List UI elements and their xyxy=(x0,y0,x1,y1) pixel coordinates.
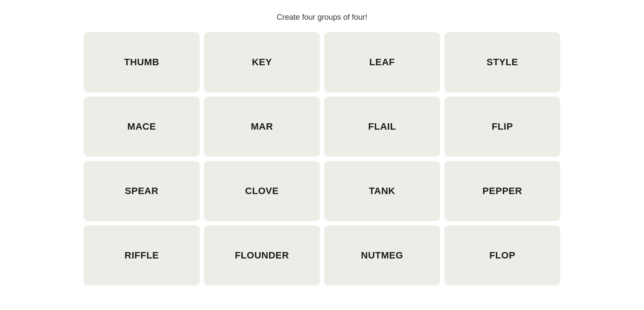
tile-label-style: STYLE xyxy=(486,57,518,68)
tile-key[interactable]: KEY xyxy=(204,32,320,92)
tile-flip[interactable]: FLIP xyxy=(444,97,560,157)
tile-flounder[interactable]: FLOUNDER xyxy=(204,225,320,286)
tile-label-flounder: FLOUNDER xyxy=(235,250,289,261)
tile-flail[interactable]: FLAIL xyxy=(324,97,440,157)
tile-label-flail: FLAIL xyxy=(368,121,396,132)
tile-leaf[interactable]: LEAF xyxy=(324,32,440,92)
tile-label-tank: TANK xyxy=(369,185,395,197)
tile-label-clove: CLOVE xyxy=(245,185,279,197)
word-grid: THUMBKEYLEAFSTYLEMACEMARFLAILFLIPSPEARCL… xyxy=(84,32,560,286)
tile-mace[interactable]: MACE xyxy=(84,97,200,157)
tile-flop[interactable]: FLOP xyxy=(444,225,560,286)
tile-label-mace: MACE xyxy=(128,121,156,132)
tile-label-thumb: THUMB xyxy=(124,57,159,68)
tile-riffle[interactable]: RIFFLE xyxy=(84,225,200,286)
tile-nutmeg[interactable]: NUTMEG xyxy=(324,225,440,286)
tile-spear[interactable]: SPEAR xyxy=(84,161,200,221)
tile-clove[interactable]: CLOVE xyxy=(204,161,320,221)
tile-pepper[interactable]: PEPPER xyxy=(444,161,560,221)
tile-label-nutmeg: NUTMEG xyxy=(361,250,403,261)
tile-label-riffle: RIFFLE xyxy=(125,250,159,261)
tile-label-flip: FLIP xyxy=(492,121,513,132)
tile-thumb[interactable]: THUMB xyxy=(84,32,200,92)
game-subtitle: Create four groups of four! xyxy=(276,13,367,22)
tile-style[interactable]: STYLE xyxy=(444,32,560,92)
tile-label-flop: FLOP xyxy=(489,250,516,261)
tile-label-mar: MAR xyxy=(251,121,273,132)
tile-label-spear: SPEAR xyxy=(125,185,158,197)
tile-tank[interactable]: TANK xyxy=(324,161,440,221)
tile-label-pepper: PEPPER xyxy=(483,185,522,197)
tile-mar[interactable]: MAR xyxy=(204,97,320,157)
tile-label-key: KEY xyxy=(252,57,272,68)
tile-label-leaf: LEAF xyxy=(369,57,395,68)
